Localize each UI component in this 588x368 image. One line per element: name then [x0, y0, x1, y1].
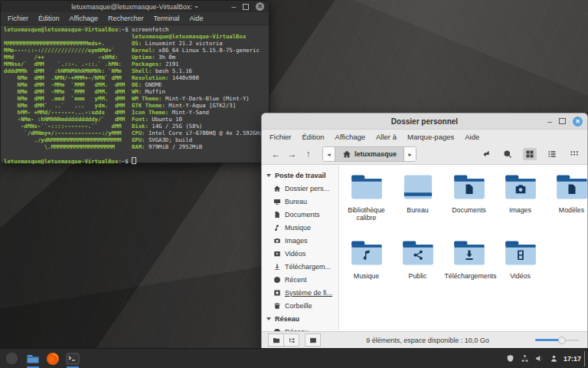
- terminal-title: letuxmasque@letuxmasque-VirtualBox: ~: [1, 3, 269, 11]
- sidebar-item-Téléchargem...[interactable]: Téléchargem...: [262, 260, 338, 273]
- close-button[interactable]: ✕: [573, 117, 583, 127]
- volume-icon[interactable]: [535, 354, 544, 363]
- mint-menu-button[interactable]: lm: [0, 349, 23, 368]
- terminal-line: hMM- +MMd/-------...-:sdds dMM Icon Them…: [4, 109, 266, 116]
- sidebar-item-Images[interactable]: Images: [262, 234, 338, 247]
- launcher-files-icon[interactable]: [24, 350, 42, 368]
- file-manager-titlebar[interactable]: Dossier personnel – ✕: [262, 113, 587, 130]
- menu-item-rechercher[interactable]: Rechercher: [108, 15, 144, 22]
- terminal-titlebar[interactable]: letuxmasque@letuxmasque-VirtualBox: ~ – …: [1, 1, 269, 12]
- places-icon: [273, 337, 280, 344]
- file-item-Musique[interactable]: Musique: [341, 235, 392, 301]
- zoom-slider-knob[interactable]: [558, 337, 566, 344]
- zoom-slider[interactable]: [535, 336, 580, 345]
- sidebar-item-Réseau[interactable]: Réseau: [262, 325, 338, 331]
- open-window-indicator: [27, 366, 39, 368]
- mint-logo-icon: lm: [5, 352, 18, 365]
- terminal-line: MMm----::-://////////////oymNMd+` Kernel…: [4, 47, 266, 54]
- terminal-line: ./ydNMMMMMMMMMMMMMMMMMMMMM GPU: SVGA3D; …: [4, 136, 266, 143]
- sidebar-item-Corbeille[interactable]: Corbeille: [262, 299, 338, 312]
- terminal-output[interactable]: letuxmasque@letuxmasque-VirtualBox:~$ sc…: [1, 25, 269, 164]
- terminal-line: MMd /++ -sNMd: Uptime: 3h 0m: [4, 54, 266, 61]
- terminal-command-line: letuxmasque@letuxmasque-VirtualBox:~$ sc…: [4, 26, 266, 33]
- breadcrumb-left-icon[interactable]: ◂: [323, 147, 335, 161]
- disk-icon: [273, 289, 281, 297]
- file-item-Public[interactable]: Public: [392, 235, 443, 301]
- breadcrumb-location[interactable]: letuxmasque: [335, 147, 404, 161]
- file-item-Vidéos[interactable]: Vidéos: [495, 235, 546, 301]
- places-toggle-button[interactable]: [268, 334, 284, 347]
- search-button[interactable]: [501, 148, 514, 160]
- menu-item-fichier[interactable]: Fichier: [8, 15, 28, 22]
- launcher-terminal-icon[interactable]: [64, 350, 82, 368]
- grid-view-icon: [525, 150, 534, 159]
- search-icon: [503, 150, 512, 159]
- menu-item-marque-pages[interactable]: Marque-pages: [407, 133, 454, 141]
- file-label: Vidéos: [510, 272, 531, 280]
- sidebar-item-Vidéos[interactable]: Vidéos: [262, 247, 338, 260]
- menu-item-édition[interactable]: Édition: [38, 15, 60, 22]
- maximize-button[interactable]: [243, 4, 249, 10]
- sidebar-item-Récent[interactable]: Récent: [262, 273, 338, 286]
- menu-item-terminal[interactable]: Terminal: [153, 15, 179, 22]
- file-manager-sidebar: Poste de travailDossier pers...BureauDoc…: [262, 165, 339, 331]
- file-item-Images[interactable]: Images: [495, 169, 546, 235]
- sidebar-section-Poste de travail[interactable]: Poste de travail: [262, 169, 338, 182]
- launcher-firefox-icon[interactable]: [44, 350, 62, 368]
- icon-view-button[interactable]: [523, 148, 537, 160]
- terminal-window: letuxmasque@letuxmasque-VirtualBox: ~ – …: [0, 0, 270, 163]
- sidebar-item-Bureau[interactable]: Bureau: [262, 195, 338, 208]
- shield-icon[interactable]: [506, 354, 514, 363]
- menu-item-affichage[interactable]: Affichage: [335, 133, 365, 141]
- show-desktop-button[interactable]: [584, 351, 587, 366]
- file-manager-title: Dossier personnel: [262, 117, 587, 126]
- file-label: Documents: [452, 206, 486, 214]
- close-button[interactable]: ✕: [256, 2, 264, 11]
- maximize-button[interactable]: [559, 118, 566, 124]
- network-icon[interactable]: [521, 354, 529, 363]
- file-label: Public: [409, 272, 427, 280]
- user-icon[interactable]: [550, 354, 558, 363]
- file-item-Bureau[interactable]: Bureau: [392, 169, 443, 235]
- toggle-location-entry-button[interactable]: [479, 148, 492, 160]
- terminal-menubar: FichierÉditionAffichageRechercherTermina…: [1, 12, 269, 25]
- back-button[interactable]: ←: [268, 149, 284, 159]
- camera-icon: [273, 237, 281, 245]
- file-item-Téléchargements[interactable]: Téléchargements: [443, 235, 495, 301]
- terminal-line: NMm dMM -MMm `MMM dMM. dMM DE: GNOME: [4, 81, 266, 88]
- forward-button[interactable]: →: [284, 149, 300, 159]
- menu-item-affichage[interactable]: Affichage: [70, 15, 98, 22]
- firefox-icon: [46, 352, 60, 366]
- file-item-Modèles[interactable]: Modèles: [546, 169, 587, 235]
- folder-icon: [504, 172, 537, 205]
- file-item-Documents[interactable]: Documents: [443, 169, 495, 235]
- sidebar-item-Système de fi...[interactable]: Système de fi...: [262, 286, 338, 299]
- taskbar: lm 17:17: [0, 348, 588, 368]
- minimize-button[interactable]: –: [547, 119, 552, 123]
- compact-view-button[interactable]: [567, 148, 581, 160]
- file-grid: Bibliothèque calibreBureauDocumentsImage…: [339, 165, 587, 301]
- terminal-cursor: [132, 157, 136, 164]
- minimize-button[interactable]: –: [231, 5, 236, 9]
- list-view-button[interactable]: [545, 148, 559, 160]
- menu-item-édition[interactable]: Édition: [302, 133, 325, 141]
- clock[interactable]: 17:17: [564, 355, 581, 363]
- sidebar-item-Dossier pers...[interactable]: Dossier pers...: [262, 182, 338, 195]
- sidebar-item-Musique[interactable]: Musique: [262, 221, 338, 234]
- menu-item-aide[interactable]: Aide: [465, 133, 479, 141]
- menu-item-fichier[interactable]: Fichier: [270, 133, 292, 141]
- sidebar-section-Réseau[interactable]: Réseau: [262, 312, 338, 325]
- hide-sidebar-button[interactable]: [305, 334, 321, 347]
- up-button[interactable]: ↑: [300, 149, 316, 159]
- files-icon: [26, 352, 40, 366]
- menu-item-aller à[interactable]: Aller à: [376, 133, 397, 141]
- menu-item-aide[interactable]: Aide: [189, 15, 203, 22]
- folder-icon: [401, 238, 435, 271]
- file-item-Bibliothèque calibre[interactable]: Bibliothèque calibre: [341, 169, 392, 235]
- treeview-toggle-button[interactable]: [283, 334, 299, 347]
- breadcrumb-right-icon[interactable]: ▸: [404, 147, 416, 161]
- system-tray: [506, 354, 560, 363]
- terminal-line: MMMMMMMMMMMMMMMMMMMMMMMMMmds+. OS: Linux…: [4, 40, 266, 47]
- file-manager-main[interactable]: Bibliothèque calibreBureauDocumentsImage…: [339, 165, 587, 331]
- sidebar-item-Documents[interactable]: Documents: [262, 208, 338, 221]
